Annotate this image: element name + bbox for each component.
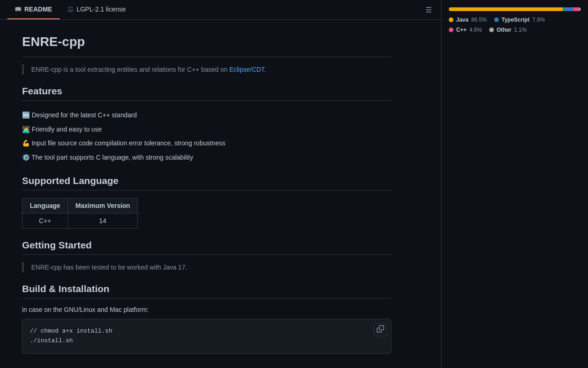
- supported-language-heading: Supported Language: [22, 175, 391, 190]
- features-list: 🆕 Designed for the latest C++ standard 🧑…: [22, 108, 391, 164]
- features-heading: Features: [22, 86, 391, 101]
- lang-dot-typescript: [494, 17, 499, 22]
- lang-bar-segment-typescript: [563, 7, 573, 11]
- lang-legend-item-c++: C++4.6%: [449, 27, 482, 33]
- main-content: 📖 README ⚖️ LGPL-2.1 license ☰ ENRE-cpp …: [0, 0, 441, 368]
- lang-pct-java: 86.5%: [471, 17, 487, 23]
- readme-body: ENRE-cpp ENRE-cpp is a tool extracting e…: [0, 20, 413, 368]
- tab-readme-label: README: [24, 6, 52, 13]
- code-line-1: // chmod a+x install.sh: [30, 327, 384, 336]
- tab-bar-right: ☰: [424, 4, 434, 16]
- tab-bar: 📖 README ⚖️ LGPL-2.1 license ☰: [0, 0, 441, 20]
- intro-end: .: [264, 66, 266, 73]
- getting-started-text: ENRE-cpp has been tested to be worked wi…: [31, 264, 187, 271]
- lang-bar-segment-c++: [573, 7, 579, 11]
- lang-dot-other: [489, 28, 494, 32]
- lang-dot-c++: [449, 28, 453, 32]
- lang-name-c++: C++: [456, 27, 467, 33]
- platform-text: in case on the GNU/Linux and Mac platfor…: [22, 306, 391, 313]
- lang-bar-segment-java: [449, 7, 563, 11]
- language-legend: Java86.5%TypeScript7.8%C++4.6%Other1.1%: [449, 17, 581, 33]
- language-table: Language Maximum Version C++ 14: [22, 198, 138, 229]
- code-copy-button[interactable]: [373, 323, 387, 336]
- license-icon: ⚖️: [67, 6, 74, 12]
- tab-bar-left: 📖 README ⚖️ LGPL-2.1 license: [7, 0, 133, 19]
- code-block: // chmod a+x install.sh ./install.sh: [22, 319, 391, 354]
- eclipse-cdt-link[interactable]: Eclipse/CDT: [229, 66, 264, 73]
- readme-icon: 📖: [15, 6, 22, 12]
- tab-license-label: LGPL-2.1 license: [77, 6, 126, 13]
- lang-pct-typescript: 7.8%: [532, 17, 545, 23]
- intro-blockquote: ENRE-cpp is a tool extracting entities a…: [22, 64, 391, 75]
- lang-dot-java: [449, 17, 453, 22]
- table-row: C++ 14: [23, 213, 138, 228]
- lang-legend-item-other: Other1.1%: [489, 27, 526, 33]
- outline-button[interactable]: ☰: [424, 4, 434, 16]
- getting-started-heading: Getting Started: [22, 240, 391, 255]
- table-col2: Maximum Version: [68, 198, 138, 213]
- feature-item-1: 🆕 Designed for the latest C++ standard: [22, 108, 391, 122]
- readme-title: ENRE-cpp: [22, 34, 391, 57]
- lang-legend-item-java: Java86.5%: [449, 17, 487, 23]
- table-col1: Language: [23, 198, 68, 213]
- build-installation-heading: Build & Installation: [22, 283, 391, 299]
- lang-bar-segment-other: [579, 7, 581, 11]
- lang-pct-c++: 4.6%: [469, 27, 482, 33]
- feature-item-2: 🧑‍💻 Friendly and easy to use: [22, 122, 391, 136]
- feature-item-4: ⚙️ The tool part supports C language, wi…: [22, 150, 391, 164]
- language-bar: [449, 7, 581, 11]
- lang-name-java: Java: [456, 17, 469, 23]
- tab-license[interactable]: ⚖️ LGPL-2.1 license: [60, 0, 133, 19]
- lang-name-other: Other: [497, 27, 511, 33]
- right-sidebar: Java86.5%TypeScript7.8%C++4.6%Other1.1%: [441, 0, 588, 368]
- table-cell-lang: C++: [23, 213, 68, 228]
- lang-name-typescript: TypeScript: [502, 17, 530, 23]
- tab-readme[interactable]: 📖 README: [7, 0, 60, 19]
- lang-legend-item-typescript: TypeScript7.8%: [494, 17, 545, 23]
- feature-item-3: 💪 Input file source code compilation err…: [22, 136, 391, 150]
- getting-started-note: ENRE-cpp has been tested to be worked wi…: [22, 262, 391, 272]
- lang-pct-other: 1.1%: [514, 27, 526, 33]
- intro-text: ENRE-cpp is a tool extracting entities a…: [31, 66, 229, 73]
- code-line-2: ./install.sh: [30, 336, 384, 346]
- table-cell-version: 14: [68, 213, 138, 228]
- language-bar-container: Java86.5%TypeScript7.8%C++4.6%Other1.1%: [449, 7, 581, 33]
